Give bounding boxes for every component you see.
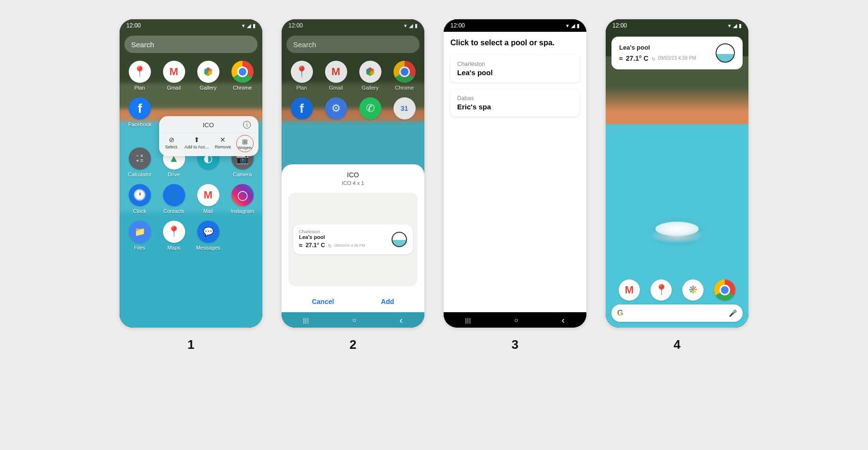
wave-icon [619,54,623,63]
google-search-bar[interactable] [611,304,743,322]
app-instagram[interactable]: Instagram [227,184,258,214]
status-icons: ▾◢▮ [566,23,580,29]
status-time: 12:00 [612,22,627,29]
refresh-icon [328,241,332,250]
app-chrome[interactable]: Chrome [227,61,258,91]
app-gallery[interactable]: Gallery [193,61,224,91]
option-name: Lea's pool [457,68,573,77]
app-facebook[interactable]: Facebook [124,97,155,127]
dock-gmail[interactable] [619,279,640,301]
app-clock[interactable]: Clock [124,184,155,214]
pool-device-illustration [655,222,699,236]
step-number-4: 4 [674,337,680,352]
popup-action-select[interactable]: ⊘Select. [164,135,179,152]
navigation-bar [282,312,424,328]
dock [606,279,748,301]
phone-screenshot-2: 12:00 ▾◢▮ Search Plan Gmail Gallery Chro… [282,19,424,328]
chrome-icon [231,61,254,83]
widget-timestamp: 09/03/23 4:38 PM [335,243,365,248]
app-mail[interactable]: Mail [193,184,224,214]
status-bar: 12:00 ▾ ◢ ▮ [120,19,262,32]
step-number-2: 2 [350,337,356,352]
app-plan[interactable]: Plan [124,61,155,91]
battery-icon: ▮ [253,23,256,29]
pool-option-erics-spa[interactable]: Dabas Eric's spa [450,89,580,117]
app-messages[interactable]: Messages [193,221,224,251]
water-level-icon [392,232,407,247]
phone-screenshot-4: 12:00 ▾◢▮ Lea's pool 27.1° C 09/03/23 4:… [606,19,748,328]
home-widget[interactable]: Lea's pool 27.1° C 09/03/23 4:38 PM [611,37,743,69]
status-bar: 12:00 ▾◢▮ [606,19,748,32]
contacts-icon [163,184,185,206]
dock-chrome[interactable] [714,279,735,301]
status-time: 12:00 [126,22,141,29]
gallery-icon [197,61,219,83]
app-gmail[interactable]: Gmail [159,61,190,91]
nav-back[interactable] [562,315,565,326]
widgets-icon: ⊞ [242,138,248,146]
maps-icon [163,221,185,243]
app-grid-2: Calculator Drive Camera Clock Contacts M… [120,144,262,251]
step-number-3: 3 [512,337,518,352]
nav-back[interactable] [400,315,403,326]
nav-home[interactable] [515,316,518,324]
app-contacts[interactable]: Contacts [159,184,190,214]
popup-title: ICO [167,121,243,129]
facebook-icon [129,97,151,119]
status-time: 12:00 [450,22,465,29]
nav-home[interactable] [353,316,356,324]
dock-photos[interactable] [682,279,704,301]
dock-maps[interactable] [651,279,672,301]
google-logo-icon [617,309,623,318]
option-location: Dabas [457,95,573,102]
calculator-icon [129,147,151,170]
widget-pool-name: Lea's pool [299,234,387,240]
gmail-icon [163,61,185,83]
close-icon: ✕ [220,136,226,144]
maps-pin-icon [129,61,151,83]
cancel-button[interactable]: Cancel [312,298,334,305]
wave-icon [299,241,303,250]
messages-icon [197,221,219,243]
nav-recents[interactable] [303,316,309,324]
wifi-icon: ▾ [242,23,245,29]
step-number-1: 1 [188,337,194,352]
mic-icon[interactable] [729,309,737,318]
phone-screenshot-3: 12:00 ▾◢▮ Click to select a pool or spa.… [444,19,586,328]
widget-location: Charleston [299,229,387,234]
option-location: Charleston [457,61,573,67]
clock-icon [129,184,151,206]
status-icons: ▾◢▮ [728,23,742,29]
app-files[interactable]: Files [124,221,155,251]
option-name: Eric's spa [457,103,573,111]
app-calculator[interactable]: Calculator [124,147,155,177]
navigation-bar [444,312,586,328]
pool-option-leas-pool[interactable]: Charleston Lea's pool [450,55,580,82]
add-button[interactable]: Add [381,298,394,305]
popup-action-remove[interactable]: ✕Remove [214,135,232,152]
upload-icon: ⬆ [194,136,200,144]
widget-temperature: 27.1° C [306,242,325,249]
signal-icon: ◢ [247,23,251,29]
phone-screenshot-1: 12:00 ▾ ◢ ▮ Search Plan Gmail Gallery Ch… [120,19,262,328]
search-input[interactable]: Search [124,36,258,53]
popup-action-widgets[interactable]: ⊞Widgets [236,135,254,152]
app-maps[interactable]: Maps [159,221,190,251]
widget-picker-sheet: ICO ICO 4 x 1 Charleston Lea's pool 27.1… [282,164,424,312]
app-grid: Plan Gmail Gallery Chrome [120,57,262,91]
widget-preview-container: Charleston Lea's pool 27.1° C 09/03/23 4… [288,193,418,286]
mail-icon [197,184,219,206]
pool-picker-screen: Click to select a pool or spa. Charlesto… [444,32,586,312]
widget-temperature: 27.1° C [626,54,649,62]
sheet-title: ICO [288,171,418,179]
picker-title: Click to select a pool or spa. [450,39,580,47]
widget-preview-card[interactable]: Charleston Lea's pool 27.1° C 09/03/23 4… [293,225,413,254]
refresh-icon[interactable] [651,54,655,63]
sheet-subtitle: ICO 4 x 1 [288,180,418,186]
info-icon[interactable]: i [243,121,251,129]
popup-action-add-to-account[interactable]: ⬆Add to Acc... [183,135,210,152]
widget-timestamp: 09/03/23 4:38 PM [658,55,696,61]
longpress-popup: ICO i ⊘Select. ⬆Add to Acc... ✕Remove ⊞W… [159,116,258,156]
nav-recents[interactable] [465,316,471,324]
files-icon [129,221,151,243]
